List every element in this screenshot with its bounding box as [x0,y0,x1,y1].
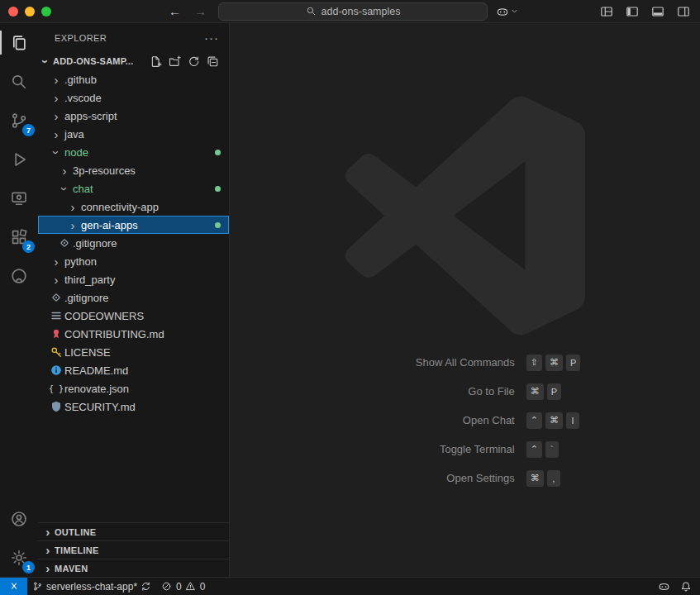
notifications-bell-button[interactable] [675,578,700,595]
tree-item-connectivity-app[interactable]: connectivity-app [38,198,229,216]
chevron-right-icon [66,216,79,234]
new-folder-button[interactable] [169,55,181,68]
shortcut-keys: ⌘P [526,383,561,400]
collapse-all-button[interactable] [207,55,219,68]
tree-item-python[interactable]: python [38,252,229,270]
toggle-panel-button[interactable] [651,5,664,18]
back-button[interactable]: ← [169,5,181,17]
remote-explorer-icon [10,189,28,207]
list-file-icon [50,309,63,322]
tree-item-chat[interactable]: chat [38,179,229,198]
untracked-dot [215,222,221,228]
tree-item-label: node [64,146,88,159]
vscode-window: ← → add-ons-samples [0,0,700,595]
tree-item-3p-resources[interactable]: 3p-resources [38,161,229,179]
tree-item-label: 3p-resources [73,164,136,177]
toggle-secondary-sidebar-button[interactable] [677,5,690,18]
refresh-icon[interactable] [188,55,200,68]
chevron-right-icon [41,541,55,559]
chevron-down-icon [50,143,63,161]
tree-item-apps-script[interactable]: apps-script [38,107,229,125]
keyboard-key: , [547,470,560,487]
shortcut-open-chat: Open Chat⌃⌘I [350,412,581,429]
activitybar-settings[interactable]: 1 [0,538,38,577]
problems-button[interactable]: 0 0 [156,578,210,595]
tree-item-node[interactable]: node [38,143,229,161]
errors-count: 0 [176,581,182,593]
activitybar-extensions[interactable]: 2 [0,217,38,256]
statusbar: serverless-chat-app* 0 0 [0,577,700,595]
untracked-dot [215,150,221,155]
activitybar-remote-explorer[interactable] [0,178,38,217]
tree-item-label: chat [73,183,93,195]
close-window-button[interactable] [8,7,18,17]
tree-root-folder[interactable]: ADD-ONS-SAMP... [38,52,229,70]
sidebar-section-outline[interactable]: OUTLINE [38,522,229,540]
copilot-menu-button[interactable] [496,5,519,18]
activitybar-bottom: 1 [0,499,38,577]
tree-item-third-party[interactable]: third_party [38,270,229,288]
keyboard-key: ⌘ [545,412,563,429]
bell-icon [680,581,692,593]
tree-item-security-md[interactable]: SECURITY.md [38,397,229,416]
tree-item-java[interactable]: java [38,125,229,143]
tree-item-label: third_party [64,274,115,286]
root-folder-label: ADD-ONS-SAMP... [53,56,134,66]
branch-icon [32,581,43,592]
layout-controls [600,5,700,18]
sidebar-section-maven[interactable]: MAVEN [38,559,229,577]
chevron-right-icon [41,523,55,541]
activitybar-github[interactable] [0,256,38,295]
remote-indicator-button[interactable] [0,578,27,595]
activitybar-accounts[interactable] [0,499,38,538]
activitybar-run-debug[interactable] [0,140,38,178]
explorer-title: EXPLORER [55,33,107,43]
branch-name: serverless-chat-app* [46,581,137,593]
activitybar-search[interactable] [0,62,38,101]
git-file-icon [50,291,63,304]
sync-icon [140,581,151,592]
shortcut-go-to-file: Go to File⌘P [350,383,581,400]
new-file-button[interactable] [150,55,162,68]
settings-badge: 1 [22,561,35,574]
chevron-down-icon [510,7,519,16]
git-file-icon [58,236,71,250]
tree-item-contributing-md[interactable]: CONTRIBUTING.md [38,325,229,343]
customize-layout-button[interactable] [600,5,613,18]
shortcut-label: Toggle Terminal [350,443,515,455]
tree-item-codeowners[interactable]: CODEOWNERS [38,307,229,325]
branch-button[interactable]: serverless-chat-app* [27,578,156,595]
tree-item-gen-ai-apps[interactable]: gen-ai-apps [38,216,229,234]
search-icon [306,6,317,17]
forward-button[interactable]: → [194,5,207,17]
chevron-right-icon [50,270,63,288]
activitybar-explorer[interactable] [0,23,38,62]
copilot-icon [496,5,509,18]
activitybar-source-control[interactable]: 7 [0,101,38,140]
copilot-status-button[interactable] [653,578,675,595]
toggle-primary-sidebar-button[interactable] [626,5,639,18]
tree-item-github[interactable]: .github [38,70,229,88]
shortcut-keys: ⇧⌘P [526,355,581,371]
tree-item-readme-md[interactable]: README.md [38,361,229,379]
untracked-dot [215,186,221,192]
keyboard-key: ⌃ [526,412,542,429]
tree-item-gitignore[interactable]: .gitignore [38,288,229,307]
tree-item-label: java [64,128,84,140]
zoom-window-button[interactable] [41,7,51,17]
sidebar-section-timeline[interactable]: TIMELINE [38,540,229,559]
tree-item-gitignore[interactable]: .gitignore [38,234,229,252]
tree-item-renovate-json[interactable]: { }renovate.json [38,379,229,397]
shortcut-keys: ⌃⌘I [526,412,579,429]
command-center-search[interactable]: add-ons-samples [218,2,488,21]
titlebar: ← → add-ons-samples [0,0,700,23]
minimize-window-button[interactable] [25,7,35,17]
tree-item-label: gen-ai-apps [81,219,138,231]
tree-item-license[interactable]: LICENSE [38,343,229,361]
security-file-icon [50,400,63,413]
tree-item-label: .vscode [64,92,102,104]
shortcut-open-settings: Open Settings⌘, [350,469,581,487]
window-controls [0,7,60,17]
more-actions-button[interactable]: ··· [204,31,219,45]
tree-item-vscode[interactable]: .vscode [38,88,229,107]
